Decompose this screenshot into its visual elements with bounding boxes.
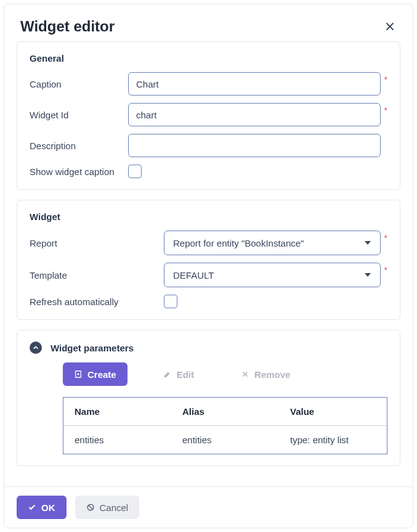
refresh-checkbox[interactable] — [164, 295, 177, 308]
remove-button[interactable]: Remove — [230, 362, 301, 386]
cell-alias: entities — [171, 426, 279, 454]
create-button[interactable]: Create — [63, 362, 128, 386]
edit-label: Edit — [177, 369, 194, 380]
widget-id-input[interactable] — [128, 103, 381, 126]
col-name: Name — [63, 398, 171, 425]
description-label: Description — [30, 141, 128, 151]
remove-icon — [241, 370, 249, 379]
template-row: Template DEFAULT * — [30, 263, 387, 287]
required-mark: * — [384, 233, 387, 243]
table-row[interactable]: entities entities type: entity list — [63, 426, 387, 454]
widget-editor-dialog: Widget editor General Caption * Widget I… — [4, 4, 413, 528]
required-mark: * — [384, 105, 387, 115]
report-select[interactable]: Report for entity "BookInstance" — [164, 231, 381, 255]
caption-input[interactable] — [128, 72, 381, 96]
refresh-label: Refresh automatically — [30, 297, 164, 307]
ban-icon — [86, 503, 95, 512]
close-button[interactable] — [383, 20, 397, 33]
report-label: Report — [30, 238, 164, 248]
dialog-footer: OK Cancel — [4, 486, 413, 528]
cell-name: entities — [63, 426, 171, 454]
widget-panel: Widget Report Report for entity "BookIns… — [17, 200, 400, 320]
params-legend: Widget parameters — [51, 343, 134, 353]
col-alias: Alias — [171, 398, 279, 425]
report-row: Report Report for entity "BookInstance" … — [30, 231, 387, 255]
general-panel: General Caption * Widget Id * Descriptio… — [17, 41, 400, 190]
dialog-title: Widget editor — [20, 18, 115, 35]
template-label: Template — [30, 270, 164, 280]
check-icon — [28, 503, 36, 512]
create-label: Create — [87, 369, 116, 380]
collapse-button[interactable] — [30, 342, 42, 354]
dialog-header: Widget editor — [4, 4, 413, 41]
description-row: Description * — [30, 134, 387, 157]
show-caption-row: Show widget caption — [30, 165, 387, 178]
params-table: Name Alias Value entities entities type:… — [63, 397, 387, 454]
report-value: Report for entity "BookInstance" — [173, 238, 304, 248]
close-icon — [383, 20, 397, 33]
widget-id-label: Widget Id — [30, 110, 128, 120]
required-mark: * — [384, 75, 387, 84]
description-input[interactable] — [128, 134, 381, 157]
cell-value: type: entity list — [279, 426, 387, 454]
params-panel: Widget parameters Create Edit Remove — [17, 330, 400, 466]
caption-row: Caption * — [30, 72, 387, 96]
file-plus-icon — [74, 370, 83, 379]
refresh-row: Refresh automatically — [30, 295, 387, 308]
table-header-row: Name Alias Value — [63, 398, 387, 426]
caption-label: Caption — [30, 79, 128, 89]
remove-label: Remove — [254, 369, 290, 380]
widget-id-row: Widget Id * — [30, 103, 387, 126]
edit-button[interactable]: Edit — [152, 362, 205, 386]
show-caption-label: Show widget caption — [30, 166, 128, 177]
template-value: DEFAULT — [173, 270, 214, 280]
params-toolbar: Create Edit Remove — [63, 362, 387, 386]
ok-label: OK — [41, 502, 55, 513]
show-caption-checkbox[interactable] — [128, 165, 142, 178]
col-value: Value — [279, 398, 387, 425]
caret-down-icon — [364, 239, 371, 247]
ok-button[interactable]: OK — [17, 496, 67, 519]
cancel-button[interactable]: Cancel — [75, 496, 140, 519]
dialog-content: General Caption * Widget Id * Descriptio… — [4, 41, 413, 466]
cancel-label: Cancel — [100, 502, 129, 513]
template-select[interactable]: DEFAULT — [164, 263, 381, 287]
params-body: Create Edit Remove Name Alias — [30, 362, 387, 454]
chevron-up-icon — [33, 345, 39, 351]
caret-down-icon — [364, 271, 371, 279]
widget-legend: Widget — [30, 211, 387, 222]
pencil-icon — [163, 370, 172, 379]
general-legend: General — [30, 53, 387, 63]
required-mark: * — [384, 265, 387, 275]
